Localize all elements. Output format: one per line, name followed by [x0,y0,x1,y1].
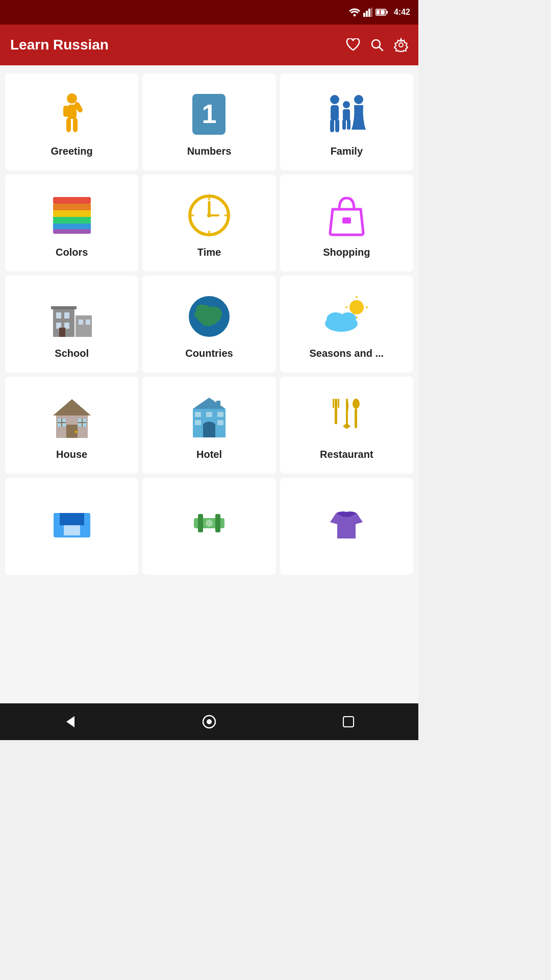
numbers-icon: 1 [186,91,232,137]
hotel-icon [186,395,232,440]
svg-rect-30 [53,204,91,210]
app-bar: Learn Russian [0,24,418,65]
svg-rect-86 [355,409,357,428]
category-restaurant[interactable]: Restaurant [280,377,413,474]
back-button[interactable] [55,706,85,737]
battery-icon [375,9,388,16]
svg-rect-34 [53,229,91,234]
settings-icon[interactable] [394,38,408,52]
family-icon [323,91,369,137]
svg-rect-27 [347,119,350,130]
svg-rect-81 [335,399,337,424]
category-greeting[interactable]: Greeting [5,74,138,170]
restaurant-label: Restaurant [320,449,373,460]
svg-marker-97 [66,716,74,727]
svg-point-99 [207,719,212,724]
hotel-label: Hotel [196,449,222,460]
svg-point-66 [74,430,77,433]
countries-icon [186,293,232,339]
svg-point-11 [399,43,403,47]
svg-rect-75 [195,412,201,417]
svg-text:1: 1 [202,99,217,129]
category-house[interactable]: House [5,377,138,474]
house-label: House [56,449,87,460]
svg-rect-83 [338,399,339,408]
bottom-nav [0,703,418,740]
svg-rect-14 [63,106,68,117]
svg-rect-2 [366,11,368,17]
category-countries[interactable]: Countries [142,276,276,373]
favorites-icon[interactable] [346,38,360,52]
svg-rect-53 [59,328,65,337]
category-numbers[interactable]: 1 Numbers [142,74,276,170]
svg-rect-4 [371,8,372,17]
category-shopping[interactable]: Shopping [280,175,413,272]
category-hotel[interactable]: Hotel [142,377,276,474]
category-item13[interactable] [5,478,138,575]
svg-rect-80 [216,401,220,409]
svg-rect-3 [368,9,370,17]
school-icon [49,293,95,339]
svg-point-28 [354,95,363,104]
status-bar: 4:42 [0,0,418,24]
svg-rect-50 [79,320,83,325]
app-title: Learn Russian [10,37,338,53]
svg-rect-32 [53,217,91,224]
svg-rect-84 [335,408,337,411]
svg-rect-23 [335,119,339,132]
home-button[interactable] [194,706,224,737]
svg-rect-22 [330,119,334,132]
svg-rect-45 [76,315,92,337]
category-item15[interactable] [280,478,413,575]
svg-rect-95 [215,514,220,532]
svg-point-55 [349,300,364,314]
school-label: School [55,348,89,359]
svg-point-20 [330,95,339,104]
svg-rect-77 [217,412,223,417]
svg-rect-21 [331,105,339,120]
category-colors[interactable]: Colors [5,175,138,272]
svg-rect-52 [51,306,77,309]
seasons-icon [323,293,369,339]
search-icon[interactable] [370,38,384,52]
item13-icon [49,501,95,547]
greeting-label: Greeting [51,145,93,157]
category-school[interactable]: School [5,276,138,373]
seasons-label: Seasons and ... [310,348,384,359]
svg-marker-73 [193,398,226,409]
status-time: 4:42 [394,8,410,17]
categories-grid: Greeting 1 Numbers [5,74,413,575]
svg-rect-1 [363,13,365,17]
svg-rect-79 [217,420,223,425]
category-item14[interactable] [142,478,276,575]
colors-icon [49,192,95,238]
svg-rect-46 [56,312,61,318]
svg-point-85 [353,399,360,409]
svg-rect-51 [86,320,90,325]
category-seasons[interactable]: Seasons and ... [280,276,413,373]
shopping-label: Shopping [323,247,370,258]
house-icon [49,395,95,440]
svg-point-0 [353,14,356,17]
svg-rect-82 [333,399,334,408]
family-label: Family [331,145,363,157]
time-icon [186,192,232,238]
svg-rect-100 [343,717,354,727]
item14-icon [186,501,232,547]
svg-point-96 [206,520,213,527]
category-family[interactable]: Family [280,74,413,170]
svg-rect-94 [198,514,203,532]
svg-rect-29 [53,197,91,204]
svg-marker-63 [53,399,91,415]
svg-rect-47 [64,312,69,318]
svg-rect-91 [64,525,80,535]
svg-rect-92 [68,514,73,521]
category-time[interactable]: Time [142,175,276,272]
svg-rect-6 [386,11,388,14]
wifi-icon [349,8,360,16]
recent-button[interactable] [333,706,364,737]
svg-rect-16 [66,118,71,132]
colors-label: Colors [56,247,88,258]
restaurant-icon [323,395,369,440]
svg-rect-26 [342,119,346,130]
